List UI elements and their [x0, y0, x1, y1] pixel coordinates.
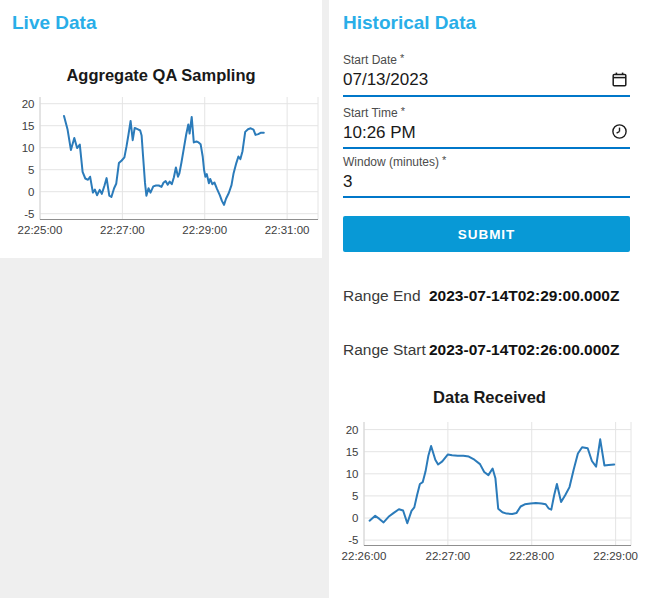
range-start-label: Range Start: [343, 341, 429, 359]
y-tick-label: 15: [22, 120, 35, 132]
y-tick-label: 0: [352, 512, 358, 524]
y-tick-label: 5: [352, 490, 358, 502]
app-root: Live Data Aggregate QA Sampling -5051015…: [0, 0, 650, 598]
window-minutes-field[interactable]: Window (minutes)* 3: [343, 152, 630, 198]
y-tick-label: 20: [22, 98, 35, 110]
range-end-label: Range End: [343, 287, 429, 305]
window-minutes-input[interactable]: 3: [343, 172, 630, 192]
x-tick-label: 22:27:00: [100, 224, 145, 236]
y-tick-label: 10: [346, 468, 359, 480]
start-time-field[interactable]: Start Time* 10:26 PM: [343, 103, 630, 149]
range-start-value: 2023-07-14T02:26:00.000Z: [429, 341, 619, 358]
live-chart-title: Aggregate QA Sampling: [0, 66, 322, 85]
start-time-label: Start Time*: [343, 103, 630, 120]
historical-chart-title: Data Received: [329, 388, 650, 407]
y-tick-label: 10: [22, 142, 35, 154]
x-tick-label: 22:29:00: [593, 550, 638, 562]
y-tick-label: 15: [346, 446, 359, 458]
start-date-input[interactable]: 07/13/2023: [343, 70, 630, 90]
x-tick-label: 22:26:00: [342, 550, 387, 562]
range-start-row: Range Start2023-07-14T02:26:00.000Z: [343, 341, 619, 359]
start-date-label: Start Date*: [343, 50, 630, 67]
x-tick-label: 22:29:00: [182, 224, 227, 236]
start-time-input[interactable]: 10:26 PM: [343, 123, 630, 143]
y-tick-label: -5: [348, 534, 358, 546]
x-tick-label: 22:31:00: [265, 224, 310, 236]
submit-button[interactable]: SUBMIT: [343, 216, 630, 252]
y-tick-label: -5: [24, 208, 34, 220]
y-tick-label: 5: [28, 164, 34, 176]
x-tick-label: 22:25:00: [18, 224, 63, 236]
live-chart: -50510152022:25:0022:27:0022:29:0022:31:…: [0, 95, 322, 247]
live-panel-title: Live Data: [12, 12, 96, 34]
start-date-field[interactable]: Start Date* 07/13/2023: [343, 50, 630, 97]
clock-icon[interactable]: [611, 123, 628, 140]
x-tick-label: 22:27:00: [425, 550, 470, 562]
required-mark: *: [400, 52, 404, 64]
historical-chart: -50510152022:26:0022:27:0022:28:0022:29:…: [330, 410, 650, 572]
x-tick-label: 22:28:00: [509, 550, 554, 562]
y-tick-label: 0: [28, 186, 34, 198]
required-mark: *: [442, 154, 446, 166]
calendar-icon[interactable]: [611, 71, 628, 88]
range-end-value: 2023-07-14T02:29:00.000Z: [429, 287, 619, 304]
required-mark: *: [401, 105, 405, 117]
y-tick-label: 20: [346, 424, 359, 436]
window-minutes-label: Window (minutes)*: [343, 152, 630, 169]
range-end-row: Range End2023-07-14T02:29:00.000Z: [343, 287, 619, 305]
historical-panel-title: Historical Data: [343, 12, 476, 34]
